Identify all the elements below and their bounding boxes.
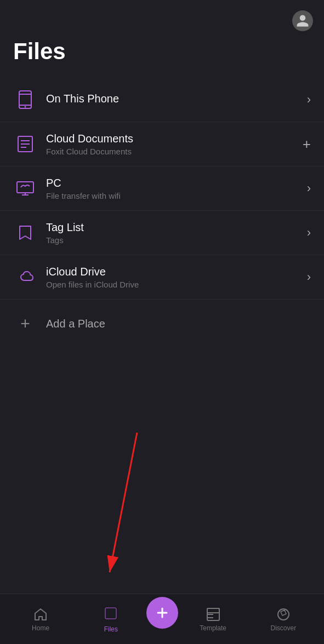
file-item-text: Cloud Documents Foxit Cloud Documents (46, 133, 297, 156)
tab-files[interactable]: Files (76, 601, 146, 633)
cloud-doc-icon (13, 132, 37, 156)
tab-bar: Home Files Template (0, 594, 324, 644)
chevron-right-icon: › (307, 93, 311, 107)
chevron-right-icon: › (307, 181, 311, 196)
tab-template-label: Template (200, 624, 226, 632)
svg-line-12 (110, 433, 137, 572)
pc-icon (13, 176, 37, 200)
file-item-text: iCloud Drive Open files in iCloud Drive (46, 266, 302, 289)
tag-icon (13, 221, 37, 245)
file-item-title: iCloud Drive (46, 266, 302, 278)
list-item[interactable]: Cloud Documents Foxit Cloud Documents + (0, 122, 324, 166)
phone-icon (13, 88, 37, 112)
tab-template[interactable]: Template (178, 602, 248, 632)
svg-rect-17 (207, 608, 219, 613)
arrow-annotation (93, 433, 170, 586)
file-item-subtitle: File transfer with wifi (46, 191, 302, 200)
list-item[interactable]: iCloud Drive Open files in iCloud Drive … (0, 255, 324, 300)
tab-add-button[interactable] (146, 597, 178, 629)
list-item[interactable]: PC File transfer with wifi › (0, 166, 324, 211)
svg-point-3 (25, 106, 26, 108)
add-place-icon: + (13, 312, 37, 336)
file-item-text: On This Phone (46, 93, 302, 107)
tab-files-label: Files (104, 625, 118, 633)
tab-home[interactable]: Home (5, 602, 76, 632)
page-title: Files (0, 33, 324, 78)
list-item[interactable]: Tag List Tags › (0, 211, 324, 255)
file-item-text: Tag List Tags (46, 221, 302, 245)
file-item-subtitle: Open files in iCloud Drive (46, 280, 302, 289)
svg-rect-0 (19, 91, 31, 108)
icloud-icon (13, 265, 37, 289)
tab-discover[interactable]: Discover (248, 602, 319, 632)
file-list: On This Phone › Cloud Documents Foxit Cl… (0, 78, 324, 348)
add-cloud-docs-button[interactable]: + (303, 136, 311, 153)
top-bar (0, 0, 324, 33)
files-icon (103, 606, 118, 625)
svg-rect-13 (105, 608, 116, 619)
file-item-title: On This Phone (46, 93, 302, 105)
file-item-title: PC (46, 177, 302, 189)
tab-home-label: Home (32, 624, 49, 632)
file-item-text: PC File transfer with wifi (46, 177, 302, 200)
file-item-title: Tag List (46, 221, 302, 234)
avatar[interactable] (292, 10, 313, 31)
file-item-subtitle: Foxit Cloud Documents (46, 147, 297, 156)
add-place-item[interactable]: + Add a Place (0, 300, 324, 348)
file-item-title: Cloud Documents (46, 133, 297, 145)
add-place-label: Add a Place (46, 318, 105, 330)
chevron-right-icon: › (307, 226, 311, 240)
chevron-right-icon: › (307, 270, 311, 284)
file-item-subtitle: Tags (46, 235, 302, 245)
svg-rect-8 (17, 182, 33, 193)
list-item[interactable]: On This Phone › (0, 78, 324, 122)
tab-discover-label: Discover (271, 624, 297, 632)
